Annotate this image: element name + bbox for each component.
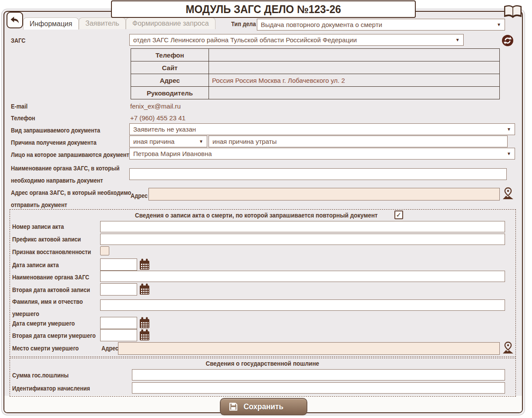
second-death-date-calendar-button[interactable]: [139, 329, 150, 341]
death-place-map-button[interactable]: [502, 341, 515, 354]
fee-section-header: Сведения о государственной пошлине: [10, 360, 515, 367]
email-value: fenix_ex@mail.ru: [130, 102, 181, 110]
refresh-icon: [502, 34, 514, 47]
email-label: E-mail: [11, 103, 27, 110]
record-date-calendar-button[interactable]: [139, 258, 150, 270]
phone-label: Телефон: [11, 115, 35, 122]
zags-label: ЗАГС: [11, 37, 25, 44]
fee-section-title: Сведения о государственной пошлине: [205, 360, 319, 367]
zags-module-window: МОДУЛЬ ЗАГС ДЕЛО №123-26 Информация Заяв…: [0, 0, 532, 418]
tab-information-label: Информация: [30, 20, 72, 28]
book-icon[interactable]: [502, 4, 523, 19]
chevron-down-icon: ▼: [504, 127, 511, 132]
death-place-addr-label: Адрес: [101, 345, 118, 352]
death-section-title: Сведения о записи акта о смерти, по кото…: [135, 211, 377, 219]
person-label: Лицо на которое запрашиваются документы: [11, 151, 134, 158]
org-name-input[interactable]: [129, 168, 507, 180]
charge-id-label: Идентификатор начисления: [12, 385, 90, 392]
death-section-checkbox[interactable]: [394, 211, 403, 219]
org-name-label-line1: Наименование органа ЗАГС, в который: [11, 162, 120, 174]
zags-select[interactable]: отдел ЗАГС Ленинского района Тульской об…: [129, 34, 464, 46]
calendar-icon: [139, 317, 150, 329]
reason-label: Причина получения документа: [11, 139, 96, 146]
org-addr-map-button[interactable]: [502, 187, 515, 200]
doc-type-label: Вид запрашиваемого документа: [11, 127, 100, 134]
map-pin-icon: [502, 187, 515, 200]
charge-id-input[interactable]: [132, 382, 505, 394]
calendar-icon: [139, 258, 150, 270]
record-number-input[interactable]: [100, 221, 505, 232]
org-addr-input[interactable]: [148, 188, 500, 201]
death-date-input[interactable]: [100, 317, 137, 329]
tab-request-formation-label: Формирование запроса: [132, 20, 209, 27]
reason-select-value: иная причина: [133, 138, 175, 145]
doc-type-value: Заявитель не указан: [133, 126, 196, 133]
fee-amount-input[interactable]: [132, 369, 505, 381]
tab-applicant[interactable]: Заявитель: [79, 17, 126, 29]
calendar-icon: [139, 329, 150, 341]
doc-type-select[interactable]: Заявитель не указан ▼: [129, 123, 515, 135]
reason-select[interactable]: иная причина ▼: [129, 136, 207, 147]
deceased-fio-input[interactable]: [100, 299, 505, 311]
case-type-label: Тип дела: [231, 20, 256, 27]
table-row: Руководитель: [131, 87, 500, 99]
tab-request-formation[interactable]: Формирование запроса: [126, 17, 215, 29]
save-button-label: Сохранить: [244, 402, 284, 411]
death-place-label: Место смерти умершего: [12, 345, 79, 352]
person-select[interactable]: Петрова Мария Ивановна ▼: [129, 148, 515, 160]
deceased-fio-label: Фамилия, имя и отчество умершего: [12, 296, 83, 320]
save-button[interactable]: Сохранить: [220, 398, 307, 415]
death-place-input[interactable]: [118, 342, 500, 355]
record-number-label: Номер записи акта: [12, 223, 64, 230]
org-addr-label-line1: Адрес органа ЗАГС, в который необходимо: [11, 187, 131, 199]
org-phone-label: Телефон: [131, 49, 209, 61]
phone-value: +7 (960) 455 23 41: [130, 114, 185, 122]
org-info-table: Телефон Сайт Адрес Россия Россия Москва …: [131, 48, 500, 99]
org-address-value: Россия Россия Москва г. Лобачевского ул.…: [209, 74, 500, 87]
calendar-icon: [139, 283, 150, 295]
org-address-label: Адрес: [131, 74, 209, 87]
org-addr-label: Адрес органа ЗАГС, в который необходимо …: [11, 187, 131, 211]
person-value: Петрова Мария Ивановна: [133, 150, 212, 157]
refresh-button[interactable]: [502, 34, 514, 47]
window-title-box: МОДУЛЬ ЗАГС ДЕЛО №123-26: [111, 0, 416, 18]
record-date-input[interactable]: [100, 258, 137, 271]
fee-amount-label: Сумма гос.пошлины: [12, 372, 69, 379]
zags-org-name-label: Наименование органа ЗАГС: [12, 274, 89, 281]
restored-flag-label: Признак восстановленности: [12, 248, 91, 255]
case-type-value: Выдача повторного документа о смерти: [261, 21, 382, 28]
table-row: Сайт: [131, 61, 500, 74]
restored-flag-checkbox[interactable]: [100, 246, 109, 255]
tab-information[interactable]: Информация: [23, 17, 79, 30]
second-record-date-label: Вторая дата актовой записи: [12, 286, 90, 293]
page-title: МОДУЛЬ ЗАГС ДЕЛО №123-26: [186, 3, 341, 16]
record-prefix-label: Префикс актовой записи: [12, 236, 81, 243]
org-head-value: [209, 87, 500, 99]
deceased-fio-label-line2: умершего: [12, 308, 83, 320]
record-prefix-input[interactable]: [100, 234, 505, 245]
zags-org-name-input[interactable]: [100, 271, 505, 282]
record-date-label: Дата записи акта: [12, 262, 59, 268]
org-site-value: [209, 61, 500, 74]
chevron-down-icon: ▼: [453, 37, 460, 42]
second-record-date-calendar-button[interactable]: [139, 283, 150, 295]
second-death-date-input[interactable]: [100, 329, 137, 341]
case-type-select[interactable]: Выдача повторного документа о смерти ▼: [257, 19, 505, 31]
chevron-down-icon: ▼: [494, 22, 501, 27]
back-button[interactable]: [7, 12, 23, 28]
org-site-label: Сайт: [131, 61, 209, 74]
second-record-date-input[interactable]: [100, 283, 137, 296]
save-floppy-icon: [229, 402, 238, 411]
death-date-calendar-button[interactable]: [139, 317, 150, 329]
org-addr-sub-label: Адрес: [131, 192, 148, 199]
death-section-header: Сведения о записи акта о смерти, по кото…: [10, 211, 515, 219]
reason-text-input[interactable]: [209, 136, 508, 147]
org-name-label: Наименование органа ЗАГС, в который необ…: [11, 162, 120, 187]
back-arrow-icon: [10, 15, 20, 25]
death-date-label: Дата смерти умершего: [12, 320, 75, 327]
second-death-date-label: Вторая дата смерти умершего: [12, 332, 96, 339]
map-pin-icon: [502, 341, 515, 354]
zags-value: отдел ЗАГС Ленинского района Тульской об…: [133, 36, 357, 44]
table-row: Телефон: [131, 49, 500, 61]
chevron-down-icon: ▼: [196, 139, 203, 144]
